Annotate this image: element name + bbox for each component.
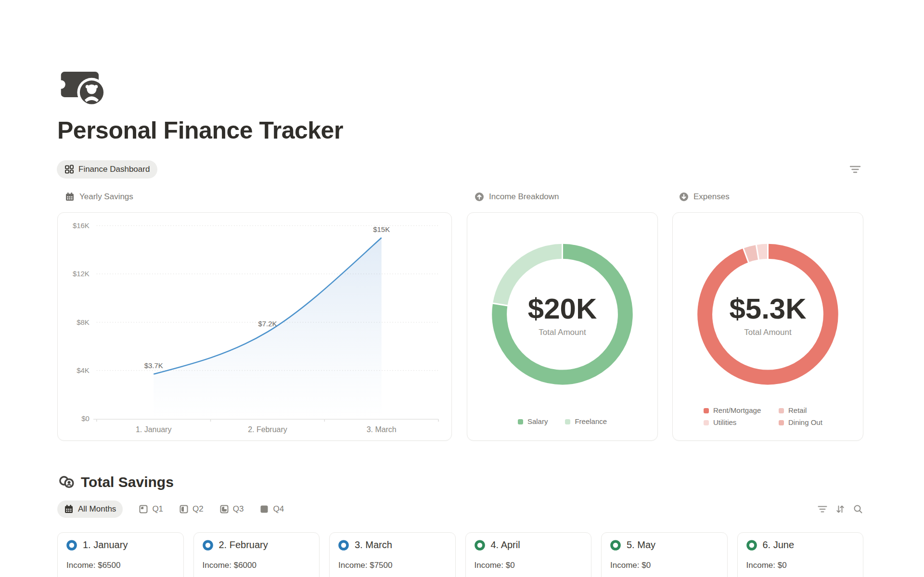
month-card-header: 3. March — [338, 539, 447, 551]
month-card[interactable]: 4. April Income: $0 — [465, 532, 592, 577]
income-donut-chart — [467, 213, 657, 440]
section-title: Expenses — [693, 192, 730, 202]
tab-label: Q1 — [152, 504, 163, 514]
months-gallery: 1. January Income: $6500 2. February Inc… — [57, 532, 863, 577]
svg-text:$12K: $12K — [73, 269, 90, 278]
month-status-ring-icon — [610, 540, 621, 551]
tab-label: Q2 — [192, 504, 204, 514]
tab-finance-dashboard[interactable]: Finance Dashboard — [57, 160, 157, 179]
month-card[interactable]: 3. March Income: $7500 — [329, 532, 456, 577]
svg-text:2. February: 2. February — [248, 425, 287, 434]
tab-label: All Months — [78, 504, 116, 514]
legend-item: Dining Out — [779, 418, 822, 427]
section-header-income-breakdown: Income Breakdown — [475, 192, 559, 202]
income-legend: SalaryFreelance — [467, 417, 657, 426]
legend-swatch — [518, 419, 523, 424]
legend-swatch — [704, 420, 709, 425]
coins-icon — [59, 475, 75, 489]
search-icon[interactable] — [853, 504, 863, 514]
svg-text:$4K: $4K — [77, 366, 90, 374]
quarter-2-icon — [180, 505, 188, 513]
svg-text:$0: $0 — [81, 414, 90, 423]
total-savings-toolbar: All MonthsQ1Q2Q3Q4 — [57, 500, 863, 518]
total-savings-title[interactable]: Total Savings — [81, 474, 174, 490]
yearly-savings-chart-card: $0$4K$8K$12K$16K$3.7K$7.2K$15K1. January… — [57, 212, 452, 441]
tab-label: Q3 — [233, 504, 244, 514]
month-status-ring-icon — [203, 540, 213, 551]
tab-q2[interactable]: Q2 — [180, 504, 204, 514]
section-header-expenses: Expenses — [679, 192, 730, 202]
svg-text:$3.7K: $3.7K — [144, 361, 163, 370]
legend-swatch — [779, 408, 784, 413]
legend-label: Freelance — [575, 417, 607, 426]
svg-text:1. January: 1. January — [136, 425, 172, 434]
svg-text:$7.2K: $7.2K — [258, 320, 277, 328]
dashboard-grid-icon — [64, 165, 74, 174]
month-card-header: 5. May — [610, 539, 719, 551]
calendar-icon — [64, 504, 74, 514]
filter-icon[interactable] — [848, 164, 862, 175]
month-card-title: 2. February — [219, 539, 268, 551]
month-income-text: Income: $0 — [610, 561, 719, 570]
expenses-legend: Rent/MortgageRetailUtilitiesDining Out — [704, 406, 822, 427]
tab-q4[interactable]: Q4 — [260, 504, 284, 514]
month-card-header: 6. June — [746, 539, 855, 551]
svg-text:$15K: $15K — [373, 225, 390, 233]
circle-arrow-down-icon — [679, 192, 689, 202]
svg-text:$16K: $16K — [73, 221, 90, 230]
yearly-savings-area-chart: $0$4K$8K$12K$16K$3.7K$7.2K$15K1. January… — [58, 213, 451, 440]
legend-label: Salary — [527, 417, 548, 426]
legend-item: Retail — [779, 406, 822, 415]
month-status-ring-icon — [338, 540, 349, 551]
filter-icon[interactable] — [817, 504, 828, 514]
finance-tracker-page: Personal Finance Tracker Finance Dashboa… — [0, 0, 924, 577]
income-breakdown-chart-card: $20K Total Amount SalaryFreelance — [467, 212, 658, 441]
month-card-header: 2. February — [203, 539, 311, 551]
total-savings-header: Total Savings — [59, 474, 174, 490]
legend-label: Dining Out — [788, 418, 822, 427]
legend-item: Salary — [518, 417, 548, 426]
tab-q1[interactable]: Q1 — [139, 504, 163, 514]
legend-label: Utilities — [713, 418, 736, 427]
legend-label: Retail — [788, 406, 807, 415]
month-income-text: Income: $7500 — [338, 561, 447, 570]
month-card[interactable]: 5. May Income: $0 — [601, 532, 728, 577]
circle-arrow-up-icon — [475, 192, 484, 202]
legend-item: Utilities — [704, 418, 779, 427]
page-title[interactable]: Personal Finance Tracker — [57, 118, 343, 142]
month-card[interactable]: 1. January Income: $6500 — [57, 532, 184, 577]
svg-text:$8K: $8K — [77, 318, 90, 326]
quarter-1-icon — [139, 505, 148, 513]
sort-icon[interactable] — [835, 504, 846, 514]
month-card[interactable]: 2. February Income: $6000 — [193, 532, 320, 577]
month-status-ring-icon — [66, 540, 77, 551]
quarter-4-icon — [260, 505, 269, 513]
section-header-yearly-savings: Yearly Savings — [65, 192, 133, 202]
month-status-ring-icon — [475, 540, 485, 551]
month-card-header: 1. January — [66, 539, 175, 551]
month-card[interactable]: 6. June Income: $0 — [737, 532, 864, 577]
legend-item: Freelance — [565, 417, 607, 426]
month-income-text: Income: $0 — [475, 561, 583, 570]
money-portrait-icon[interactable] — [59, 67, 110, 107]
legend-item: Rent/Mortgage — [704, 406, 779, 415]
quarter-3-icon — [220, 505, 229, 513]
legend-label: Rent/Mortgage — [713, 406, 761, 415]
tab-q3[interactable]: Q3 — [220, 504, 244, 514]
month-card-title: 1. January — [83, 539, 128, 551]
month-card-title: 4. April — [491, 539, 520, 551]
legend-swatch — [779, 420, 784, 425]
month-card-header: 4. April — [475, 539, 583, 551]
tab-label: Q4 — [273, 504, 284, 514]
tab-all-months[interactable]: All Months — [57, 500, 123, 518]
expenses-chart-card: $5.3K Total Amount Rent/MortgageRetailUt… — [672, 212, 863, 441]
svg-text:3. March: 3. March — [367, 425, 397, 434]
month-card-title: 5. May — [627, 539, 655, 551]
calendar-icon — [65, 192, 75, 202]
month-status-ring-icon — [746, 540, 757, 551]
month-card-title: 6. June — [763, 539, 795, 551]
section-title: Income Breakdown — [489, 192, 559, 202]
section-title: Yearly Savings — [79, 192, 133, 202]
legend-swatch — [704, 408, 709, 413]
month-card-title: 3. March — [355, 539, 392, 551]
